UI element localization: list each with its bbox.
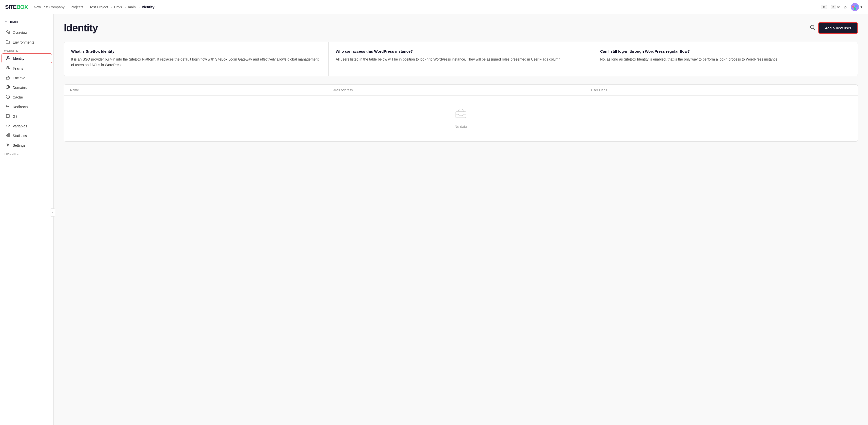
avatar[interactable] [851, 3, 859, 11]
breadcrumb-item-projects[interactable]: Projects [71, 5, 84, 9]
sidebar-item-enclave[interactable]: Enclave [2, 73, 52, 83]
breadcrumb-arrow-4: → [124, 5, 127, 9]
svg-point-4 [7, 57, 9, 58]
timeline-section-label: TIMELINE [0, 150, 54, 156]
back-arrow-icon: ← [4, 19, 8, 24]
info-card-1-title: Who can access this WordPress instance? [336, 49, 586, 54]
svg-point-0 [851, 3, 859, 11]
table-body: No data [64, 96, 858, 141]
add-user-button[interactable]: Add a new user [818, 22, 858, 34]
col-header-name: Name [70, 88, 331, 92]
info-card-2-text: No, as long as SiteBox Identity is enabl… [600, 57, 850, 62]
sidebar-item-git[interactable]: Git [2, 112, 52, 121]
sidebar-back-label: main [10, 20, 18, 24]
breadcrumb-arrow-1: → [66, 5, 69, 9]
sidebar-item-identity[interactable]: Identity [2, 54, 52, 63]
search-icon[interactable]: ⌕ [843, 3, 848, 11]
breadcrumb-arrow-2: → [85, 5, 88, 9]
sidebar-item-cache[interactable]: Cache [2, 92, 52, 102]
house-icon [6, 30, 10, 35]
chart-icon [6, 133, 10, 138]
sidebar-variables-label: Variables [13, 124, 27, 128]
logo[interactable]: SITEBOX [5, 4, 28, 10]
page-title: Identity [64, 22, 98, 34]
sidebar-statistics-label: Statistics [13, 134, 27, 138]
col-header-flags: User Flags [591, 88, 851, 92]
svg-point-3 [854, 7, 856, 10]
no-data-icon [455, 108, 467, 121]
sidebar-cache-label: Cache [13, 95, 23, 99]
svg-rect-7 [6, 77, 9, 79]
sidebar-item-redirects[interactable]: Redirects [2, 102, 52, 112]
no-data-text: No data [455, 125, 467, 129]
people-icon [6, 66, 10, 71]
breadcrumb-item-identity: Identity [142, 5, 154, 9]
search-icon[interactable] [810, 25, 815, 31]
sidebar-item-teams[interactable]: Teams [2, 64, 52, 73]
shortcut-cmd-key: ⌘ [821, 5, 827, 9]
sidebar-identity-label: Identity [13, 57, 24, 61]
svg-rect-12 [7, 134, 8, 137]
page-header: Identity Add a new user [64, 22, 858, 34]
sidebar: ← main Overview Environments WEBSITE Ide… [0, 14, 54, 425]
breadcrumb-item-envs[interactable]: Envs [114, 5, 122, 9]
info-card-0: What is SiteBox Identity It is an SSO pr… [64, 42, 329, 76]
code-icon [6, 124, 10, 128]
git-icon [6, 114, 10, 119]
svg-point-5 [7, 67, 8, 68]
svg-point-14 [7, 144, 9, 146]
users-table: Name E-mail Address User Flags No data [64, 84, 858, 142]
breadcrumb: New Test Company → Projects → Test Proje… [34, 5, 821, 9]
info-card-2-title: Can I still log-in through WordPress reg… [600, 49, 850, 54]
website-section-label: WEBSITE [0, 47, 54, 53]
svg-point-2 [855, 5, 858, 7]
topnav-right: ⌘ + K or ⌕ ▼ [821, 3, 863, 11]
lock-icon [6, 75, 10, 80]
gear-icon [6, 143, 10, 148]
topnav: SITEBOX New Test Company → Projects → Te… [0, 0, 868, 14]
breadcrumb-arrow-5: → [137, 5, 140, 9]
info-card-0-title: What is SiteBox Identity [71, 49, 321, 54]
sidebar-item-variables[interactable]: Variables [2, 121, 52, 131]
info-card-1-text: All users listed in the table below will… [336, 57, 586, 62]
shortcut-or: or [837, 5, 840, 9]
globe-icon [6, 85, 10, 90]
svg-rect-11 [6, 135, 7, 137]
page-header-right: Add a new user [810, 22, 858, 34]
table-footer-divider [64, 141, 858, 142]
sidebar-environments-label: Environments [13, 40, 34, 44]
folder-icon [6, 40, 10, 44]
svg-point-6 [8, 67, 9, 68]
sidebar-item-statistics[interactable]: Statistics [2, 131, 52, 140]
breadcrumb-arrow-3: → [110, 5, 113, 9]
sidebar-item-domains[interactable]: Domains [2, 83, 52, 92]
info-card-0-text: It is an SSO provider built-in into the … [71, 57, 321, 68]
sidebar-overview-label: Overview [13, 31, 27, 35]
clock-icon [6, 95, 10, 99]
info-card-2: Can I still log-in through WordPress reg… [593, 42, 858, 76]
sidebar-teams-label: Teams [13, 66, 23, 70]
sidebar-settings-label: Settings [13, 143, 26, 147]
avatar-chevron-icon[interactable]: ▼ [860, 5, 863, 9]
svg-point-1 [852, 6, 854, 8]
logo-site-text: SITE [5, 4, 17, 10]
sidebar-domains-label: Domains [13, 86, 27, 90]
sidebar-item-settings[interactable]: Settings [2, 141, 52, 150]
col-header-email: E-mail Address [331, 88, 591, 92]
logo-box-text: BOX [17, 4, 28, 10]
sidebar-item-overview[interactable]: Overview [2, 28, 52, 37]
svg-rect-10 [6, 115, 9, 118]
breadcrumb-item-main[interactable]: main [128, 5, 136, 9]
sidebar-back-button[interactable]: ← main [0, 17, 54, 26]
breadcrumb-item-testproject[interactable]: Test Project [89, 5, 108, 9]
sidebar-collapse-button[interactable]: ‹ [50, 208, 55, 217]
breadcrumb-item-company[interactable]: New Test Company [34, 5, 65, 9]
sidebar-item-environments[interactable]: Environments [2, 37, 52, 47]
svg-rect-13 [9, 133, 9, 137]
shortcut-plus: + [828, 5, 830, 9]
svg-rect-16 [456, 112, 466, 118]
sidebar-redirects-label: Redirects [13, 105, 28, 109]
redirect-icon [6, 104, 10, 109]
info-cards: What is SiteBox Identity It is an SSO pr… [64, 42, 858, 76]
table-header: Name E-mail Address User Flags [64, 85, 858, 96]
